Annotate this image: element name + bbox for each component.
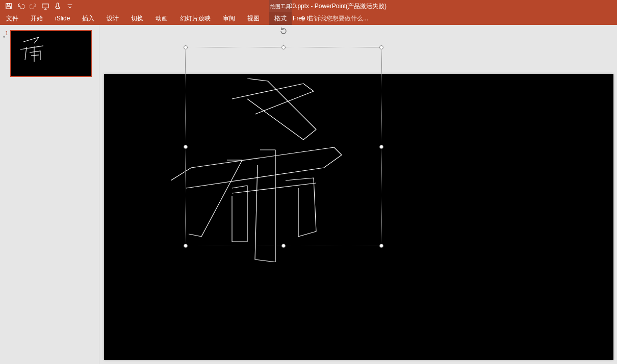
- tab-format[interactable]: 格式: [269, 12, 292, 25]
- thumbnail-item[interactable]: 1 *: [0, 30, 99, 77]
- svg-point-8: [301, 16, 304, 19]
- redo-icon[interactable]: [30, 3, 37, 10]
- slide-editor[interactable]: [99, 25, 617, 364]
- thumbnail-glyph: [17, 34, 48, 65]
- resize-handle-bottom-left[interactable]: [184, 244, 188, 248]
- qat-more-icon[interactable]: [66, 3, 73, 10]
- tab-design[interactable]: 设计: [100, 12, 125, 25]
- tab-transitions[interactable]: 切换: [125, 12, 149, 25]
- lightbulb-icon: [300, 16, 306, 22]
- svg-rect-2: [7, 7, 11, 9]
- quick-access-toolbar: [0, 3, 73, 10]
- tab-insert[interactable]: 插入: [76, 12, 100, 25]
- tab-view[interactable]: 视图: [241, 12, 266, 25]
- tell-me-search[interactable]: 告诉我您想要做什么...: [300, 12, 368, 25]
- title-bar: 绘图工具 00.pptx - PowerPoint(产品激活失败): [0, 0, 617, 12]
- resize-handle-middle-right[interactable]: [379, 145, 383, 149]
- slide-thumbnail-pane[interactable]: 1 *: [0, 25, 99, 364]
- rotation-stem: [284, 33, 284, 45]
- svg-rect-1: [7, 4, 9, 6]
- svg-rect-3: [42, 4, 48, 8]
- resize-handle-middle-left[interactable]: [184, 145, 188, 149]
- thumbnail-meta: 1 *: [3, 30, 8, 77]
- thumbnail-slide-1[interactable]: [10, 30, 92, 77]
- resize-handle-top-middle[interactable]: [281, 45, 286, 49]
- ribbon-tabs: 文件 开始 iSlide 插入 设计 切换 动画 幻灯片放映 审阅 视图 iSp…: [0, 12, 617, 25]
- tab-slideshow[interactable]: 幻灯片放映: [174, 12, 217, 25]
- tab-review[interactable]: 审阅: [217, 12, 241, 25]
- contextual-tab-group-label: 绘图工具: [270, 4, 291, 9]
- undo-icon[interactable]: [17, 3, 24, 10]
- touch-mode-icon[interactable]: [54, 3, 61, 10]
- window-title: 00.pptx - PowerPoint(产品激活失败): [289, 0, 387, 12]
- resize-handle-top-left[interactable]: [184, 45, 188, 49]
- contextual-tab-group: 绘图工具: [269, 0, 292, 12]
- start-slideshow-icon[interactable]: [42, 3, 49, 10]
- tab-file[interactable]: 文件: [0, 12, 24, 25]
- thumbnail-unsaved-icon: *: [3, 36, 8, 40]
- resize-handle-bottom-middle[interactable]: [281, 244, 286, 248]
- rotation-handle[interactable]: [279, 27, 288, 35]
- tell-me-placeholder: 告诉我您想要做什么...: [308, 14, 368, 23]
- slide-canvas[interactable]: [104, 74, 613, 360]
- save-icon[interactable]: [5, 3, 12, 10]
- workspace: 1 *: [0, 25, 617, 364]
- tab-home[interactable]: 开始: [24, 12, 49, 25]
- resize-handle-top-right[interactable]: [379, 45, 383, 49]
- resize-handle-bottom-right[interactable]: [379, 244, 383, 248]
- tab-islide[interactable]: iSlide: [49, 12, 76, 25]
- tab-animations[interactable]: 动画: [149, 12, 174, 25]
